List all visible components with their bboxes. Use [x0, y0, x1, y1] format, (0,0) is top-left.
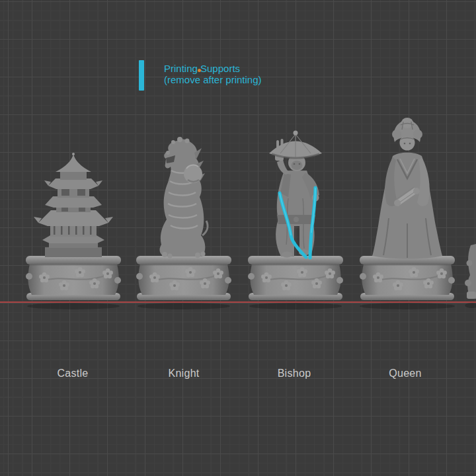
label-castle: Castle: [57, 368, 88, 379]
model-king-partial[interactable]: [465, 244, 476, 299]
base-shadows: [27, 303, 476, 309]
model-bishop[interactable]: [248, 131, 343, 301]
castle-roof-4: [38, 210, 108, 226]
annotation-anchor-dot: [198, 69, 201, 72]
piece-base: [136, 256, 231, 300]
note-line-1: Printing Supports: [164, 63, 262, 75]
annotation-marker-bar: [139, 60, 144, 91]
castle-plinth: [45, 247, 102, 257]
label-knight: Knight: [168, 368, 199, 379]
x-axis-line: [0, 301, 476, 303]
model-castle[interactable]: [26, 153, 121, 300]
printing-supports-note: Printing Supports (remove after printing…: [164, 63, 262, 85]
model-knight[interactable]: [136, 137, 231, 300]
label-bishop: Bishop: [278, 368, 311, 379]
3d-viewport[interactable]: Printing Supports (remove after printing…: [0, 0, 476, 476]
label-queen: Queen: [389, 368, 422, 379]
castle-roof-2: [48, 178, 99, 189]
bishop-raised-arm: [277, 159, 290, 175]
note-line-2: (remove after printing): [164, 75, 262, 86]
castle-top-gable: [56, 154, 91, 172]
model-queen[interactable]: [360, 118, 455, 300]
dragon-body: [160, 139, 206, 257]
castle-roof-3: [45, 196, 102, 208]
piece-base: [26, 256, 121, 300]
piece-base: [360, 256, 455, 300]
piece-base: [248, 256, 343, 300]
